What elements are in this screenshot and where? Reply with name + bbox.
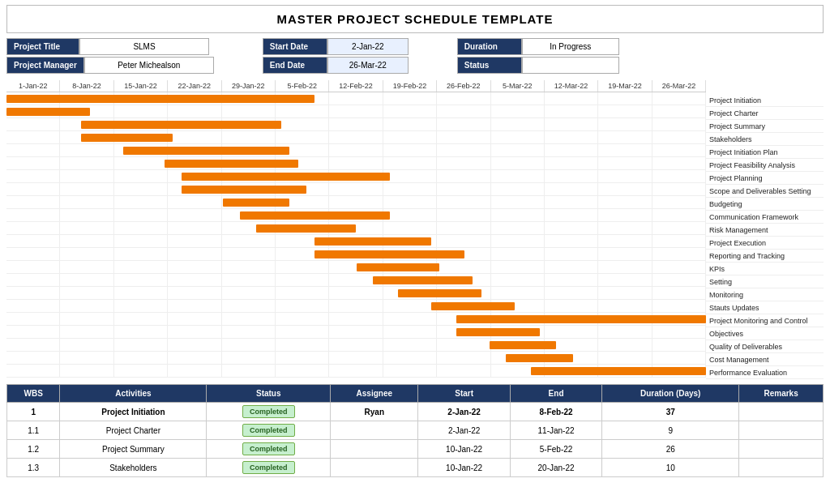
gantt-cell — [491, 274, 545, 286]
gantt-cell — [6, 274, 60, 286]
gantt-label-item: Objectives — [706, 327, 824, 340]
table-section: WBSActivitiesStatusAssigneeStartEndDurat… — [6, 384, 824, 477]
gantt-cell — [383, 157, 437, 169]
table-header-cell: WBS — [7, 385, 60, 403]
gantt-cell — [437, 209, 490, 221]
gantt-label-item: Project Planning — [706, 172, 824, 185]
gantt-bar — [182, 173, 390, 181]
gantt-label-item: Stauts Updates — [706, 301, 824, 314]
gantt-bar — [431, 302, 515, 310]
gantt-cell — [491, 261, 545, 273]
gantt-cell — [598, 144, 652, 156]
gantt-cell — [6, 248, 60, 260]
gantt-label-item: Project Execution — [706, 237, 824, 250]
gantt-cell — [383, 313, 437, 325]
gantt-cell — [383, 209, 437, 221]
gantt-cell — [222, 352, 276, 364]
gantt-cell — [60, 313, 113, 325]
gantt-cell — [383, 131, 437, 143]
gantt-cell — [60, 248, 113, 260]
gantt-cell — [168, 287, 221, 299]
gantt-cell — [652, 183, 706, 195]
table-cell: Project Initiation — [60, 403, 207, 421]
gantt-cell — [168, 313, 221, 325]
gantt-cell — [114, 313, 168, 325]
gantt-cell — [652, 144, 706, 156]
gantt-bar — [240, 211, 390, 220]
gantt-cell — [491, 131, 545, 143]
gantt-label-item: Monitoring — [706, 288, 824, 301]
gantt-cell — [6, 235, 60, 247]
gantt-cell — [545, 287, 598, 299]
gantt-cell — [329, 300, 383, 312]
gantt-cell — [6, 183, 60, 195]
gantt-cell — [114, 261, 168, 273]
table-cell — [739, 440, 824, 459]
gantt-cell — [114, 209, 168, 221]
gantt-cell — [6, 300, 60, 312]
gantt-cell — [329, 196, 383, 208]
gantt-cell — [545, 92, 598, 105]
gantt-cell — [168, 131, 221, 143]
gantt-bar — [314, 250, 464, 258]
gantt-row — [6, 313, 706, 326]
gantt-cell — [652, 287, 706, 299]
gantt-cell — [276, 326, 329, 338]
gantt-cell — [114, 287, 168, 299]
gantt-cell — [329, 157, 383, 169]
gantt-cell — [6, 222, 60, 234]
table-row: 1.1Project CharterCompleted2-Jan-2211-Ja… — [7, 421, 824, 440]
gantt-cell — [6, 365, 60, 377]
gantt-cell — [545, 209, 598, 221]
gantt-bar — [165, 160, 297, 168]
end-date-label: End Date — [263, 57, 327, 74]
gantt-cell — [168, 352, 221, 364]
gantt-cell — [652, 248, 706, 260]
table-header-cell: Activities — [60, 385, 207, 403]
table-cell: 5-Feb-22 — [510, 440, 601, 459]
gantt-cell — [383, 105, 437, 117]
gantt-cell — [60, 287, 113, 299]
table-header-row: WBSActivitiesStatusAssigneeStartEndDurat… — [7, 385, 824, 403]
gantt-bar — [456, 315, 706, 323]
table-row: 1.2Project SummaryCompleted10-Jan-225-Fe… — [7, 440, 824, 459]
table-cell: 2-Jan-22 — [418, 403, 510, 421]
gantt-cell — [491, 196, 545, 208]
status-badge: Completed — [242, 461, 295, 474]
gantt-cell — [329, 313, 383, 325]
gantt-label-item: Project Initiation — [706, 94, 824, 107]
gantt-cell — [598, 157, 652, 169]
project-manager-row: Project Manager Peter Michealson — [6, 57, 214, 74]
gantt-cell — [276, 287, 329, 299]
table-body: 1Project InitiationCompletedRyan2-Jan-22… — [7, 403, 824, 477]
gantt-cell — [545, 222, 598, 234]
gantt-label-item: Reporting and Tracking — [706, 250, 824, 263]
gantt-cell — [598, 287, 652, 299]
gantt-cell — [222, 131, 276, 143]
gantt-cell — [598, 196, 652, 208]
gantt-cell — [598, 131, 652, 143]
gantt-cell — [276, 118, 329, 130]
gantt-cell — [168, 209, 221, 221]
gantt-cell — [6, 170, 60, 182]
gantt-label-item: Cost Management — [706, 353, 824, 366]
table-cell: 1.1 — [7, 421, 60, 440]
gantt-cell — [114, 105, 168, 117]
end-date-row: End Date 26-Mar-22 — [263, 57, 409, 74]
table-cell: Project Charter — [60, 421, 207, 440]
gantt-cell — [491, 235, 545, 247]
gantt-cell — [168, 300, 221, 312]
gantt-row — [6, 287, 706, 300]
gantt-bar — [357, 263, 440, 271]
gantt-cell — [60, 196, 113, 208]
gantt-cell — [6, 261, 60, 273]
gantt-cell — [652, 326, 706, 338]
status-row: Status — [457, 57, 619, 74]
gantt-cell — [437, 144, 490, 156]
gantt-cell — [437, 352, 490, 364]
gantt-cell — [598, 183, 652, 195]
project-manager-label: Project Manager — [6, 57, 84, 74]
gantt-cell — [276, 261, 329, 273]
gantt-cell — [652, 261, 706, 273]
gantt-cell — [60, 261, 113, 273]
